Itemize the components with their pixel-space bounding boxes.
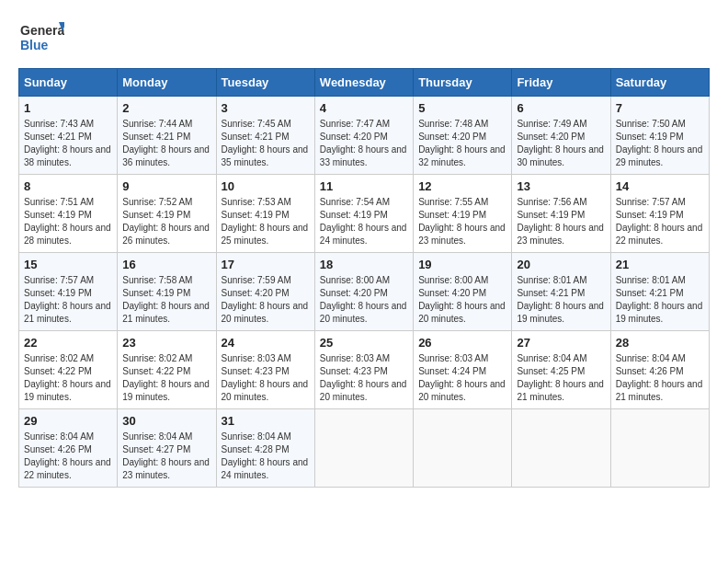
calendar-table: SundayMondayTuesdayWednesdayThursdayFrid…: [18, 68, 710, 488]
day-info: Sunrise: 8:02 AM Sunset: 4:22 PM Dayligh…: [122, 352, 210, 404]
header-saturday: Saturday: [610, 69, 709, 97]
svg-text:Blue: Blue: [20, 38, 49, 52]
calendar-day-31: 31 Sunrise: 8:04 AM Sunset: 4:28 PM Dayl…: [216, 409, 314, 488]
header-sunday: Sunday: [19, 69, 118, 97]
day-number: 22: [24, 336, 112, 350]
day-number: 25: [320, 336, 408, 350]
day-number: 10: [222, 179, 310, 193]
calendar-day-9: 9 Sunrise: 7:52 AM Sunset: 4:19 PM Dayli…: [118, 175, 216, 253]
day-number: 3: [222, 101, 310, 115]
calendar-day-4: 4 Sunrise: 7:47 AM Sunset: 4:20 PM Dayli…: [314, 97, 413, 175]
page-header: General Blue: [18, 18, 710, 59]
day-info: Sunrise: 8:01 AM Sunset: 4:21 PM Dayligh…: [517, 274, 605, 326]
day-number: 23: [122, 336, 210, 350]
day-info: Sunrise: 8:02 AM Sunset: 4:22 PM Dayligh…: [24, 352, 112, 404]
day-info: Sunrise: 8:03 AM Sunset: 4:24 PM Dayligh…: [418, 352, 506, 404]
day-number: 6: [517, 101, 605, 115]
calendar-day-7: 7 Sunrise: 7:50 AM Sunset: 4:19 PM Dayli…: [610, 97, 709, 175]
calendar-day-23: 23 Sunrise: 8:02 AM Sunset: 4:22 PM Dayl…: [118, 331, 216, 409]
day-info: Sunrise: 7:44 AM Sunset: 4:21 PM Dayligh…: [122, 118, 210, 169]
day-number: 12: [418, 179, 506, 193]
calendar-day-21: 21 Sunrise: 8:01 AM Sunset: 4:21 PM Dayl…: [610, 253, 709, 331]
day-info: Sunrise: 8:03 AM Sunset: 4:23 PM Dayligh…: [320, 352, 408, 404]
calendar-day-19: 19 Sunrise: 8:00 AM Sunset: 4:20 PM Dayl…: [414, 253, 512, 331]
header-monday: Monday: [118, 69, 216, 97]
day-number: 14: [616, 179, 704, 193]
day-number: 28: [616, 336, 704, 350]
day-info: Sunrise: 7:48 AM Sunset: 4:20 PM Dayligh…: [418, 118, 506, 169]
header-wednesday: Wednesday: [314, 69, 413, 97]
calendar-day-29: 29 Sunrise: 8:04 AM Sunset: 4:26 PM Dayl…: [19, 409, 118, 488]
day-number: 7: [616, 101, 704, 115]
day-info: Sunrise: 7:58 AM Sunset: 4:19 PM Dayligh…: [122, 274, 210, 326]
calendar-day-10: 10 Sunrise: 7:53 AM Sunset: 4:19 PM Dayl…: [216, 175, 314, 253]
day-info: Sunrise: 7:49 AM Sunset: 4:20 PM Dayligh…: [517, 118, 605, 169]
day-info: Sunrise: 7:53 AM Sunset: 4:19 PM Dayligh…: [222, 196, 310, 247]
calendar-week-1: 1 Sunrise: 7:43 AM Sunset: 4:21 PM Dayli…: [19, 97, 710, 175]
day-info: Sunrise: 7:45 AM Sunset: 4:21 PM Dayligh…: [222, 118, 310, 169]
day-info: Sunrise: 8:04 AM Sunset: 4:26 PM Dayligh…: [616, 352, 704, 404]
day-number: 26: [418, 336, 506, 350]
day-number: 4: [320, 101, 408, 115]
empty-cell: [314, 409, 413, 488]
calendar-day-14: 14 Sunrise: 7:57 AM Sunset: 4:19 PM Dayl…: [610, 175, 709, 253]
day-number: 1: [24, 101, 112, 115]
logo: General Blue: [18, 18, 64, 59]
empty-cell: [610, 409, 709, 488]
empty-cell: [414, 409, 512, 488]
day-info: Sunrise: 7:47 AM Sunset: 4:20 PM Dayligh…: [320, 118, 408, 169]
day-info: Sunrise: 7:50 AM Sunset: 4:19 PM Dayligh…: [616, 118, 704, 169]
calendar-day-22: 22 Sunrise: 8:02 AM Sunset: 4:22 PM Dayl…: [19, 331, 118, 409]
calendar-day-6: 6 Sunrise: 7:49 AM Sunset: 4:20 PM Dayli…: [512, 97, 610, 175]
day-info: Sunrise: 8:04 AM Sunset: 4:25 PM Dayligh…: [517, 352, 605, 404]
header-thursday: Thursday: [414, 69, 512, 97]
day-number: 18: [320, 258, 408, 271]
day-number: 11: [320, 179, 408, 193]
day-number: 5: [418, 101, 506, 115]
day-number: 30: [122, 414, 210, 428]
calendar-day-25: 25 Sunrise: 8:03 AM Sunset: 4:23 PM Dayl…: [314, 331, 413, 409]
calendar-day-5: 5 Sunrise: 7:48 AM Sunset: 4:20 PM Dayli…: [414, 97, 512, 175]
day-number: 13: [517, 179, 605, 193]
calendar-day-24: 24 Sunrise: 8:03 AM Sunset: 4:23 PM Dayl…: [216, 331, 314, 409]
calendar-day-12: 12 Sunrise: 7:55 AM Sunset: 4:19 PM Dayl…: [414, 175, 512, 253]
calendar-day-26: 26 Sunrise: 8:03 AM Sunset: 4:24 PM Dayl…: [414, 331, 512, 409]
calendar-week-5: 29 Sunrise: 8:04 AM Sunset: 4:26 PM Dayl…: [19, 409, 710, 488]
day-info: Sunrise: 7:57 AM Sunset: 4:19 PM Dayligh…: [616, 196, 704, 247]
day-number: 31: [222, 414, 310, 428]
day-info: Sunrise: 7:59 AM Sunset: 4:20 PM Dayligh…: [222, 274, 310, 326]
day-info: Sunrise: 7:51 AM Sunset: 4:19 PM Dayligh…: [24, 196, 112, 247]
calendar-day-17: 17 Sunrise: 7:59 AM Sunset: 4:20 PM Dayl…: [216, 253, 314, 331]
calendar-day-15: 15 Sunrise: 7:57 AM Sunset: 4:19 PM Dayl…: [19, 253, 118, 331]
day-number: 21: [616, 258, 704, 271]
empty-cell: [512, 409, 610, 488]
calendar-day-13: 13 Sunrise: 7:56 AM Sunset: 4:19 PM Dayl…: [512, 175, 610, 253]
calendar-day-30: 30 Sunrise: 8:04 AM Sunset: 4:27 PM Dayl…: [118, 409, 216, 488]
calendar-day-16: 16 Sunrise: 7:58 AM Sunset: 4:19 PM Dayl…: [118, 253, 216, 331]
day-number: 9: [122, 179, 210, 193]
logo-svg: General Blue: [18, 18, 64, 59]
calendar-day-2: 2 Sunrise: 7:44 AM Sunset: 4:21 PM Dayli…: [118, 97, 216, 175]
day-info: Sunrise: 8:03 AM Sunset: 4:23 PM Dayligh…: [222, 352, 310, 404]
day-info: Sunrise: 8:04 AM Sunset: 4:26 PM Dayligh…: [24, 431, 112, 482]
day-info: Sunrise: 8:00 AM Sunset: 4:20 PM Dayligh…: [418, 274, 506, 326]
calendar-week-4: 22 Sunrise: 8:02 AM Sunset: 4:22 PM Dayl…: [19, 331, 710, 409]
day-number: 16: [122, 258, 210, 271]
header-friday: Friday: [512, 69, 610, 97]
day-info: Sunrise: 7:54 AM Sunset: 4:19 PM Dayligh…: [320, 196, 408, 247]
calendar-week-2: 8 Sunrise: 7:51 AM Sunset: 4:19 PM Dayli…: [19, 175, 710, 253]
calendar-day-3: 3 Sunrise: 7:45 AM Sunset: 4:21 PM Dayli…: [216, 97, 314, 175]
day-info: Sunrise: 7:55 AM Sunset: 4:19 PM Dayligh…: [418, 196, 506, 247]
day-number: 20: [517, 258, 605, 271]
calendar-day-8: 8 Sunrise: 7:51 AM Sunset: 4:19 PM Dayli…: [19, 175, 118, 253]
day-info: Sunrise: 8:01 AM Sunset: 4:21 PM Dayligh…: [616, 274, 704, 326]
calendar-day-28: 28 Sunrise: 8:04 AM Sunset: 4:26 PM Dayl…: [610, 331, 709, 409]
calendar-day-27: 27 Sunrise: 8:04 AM Sunset: 4:25 PM Dayl…: [512, 331, 610, 409]
day-info: Sunrise: 8:00 AM Sunset: 4:20 PM Dayligh…: [320, 274, 408, 326]
day-number: 24: [222, 336, 310, 350]
header-tuesday: Tuesday: [216, 69, 314, 97]
calendar-day-1: 1 Sunrise: 7:43 AM Sunset: 4:21 PM Dayli…: [19, 97, 118, 175]
day-info: Sunrise: 7:43 AM Sunset: 4:21 PM Dayligh…: [24, 118, 112, 169]
calendar-day-20: 20 Sunrise: 8:01 AM Sunset: 4:21 PM Dayl…: [512, 253, 610, 331]
day-number: 2: [122, 101, 210, 115]
